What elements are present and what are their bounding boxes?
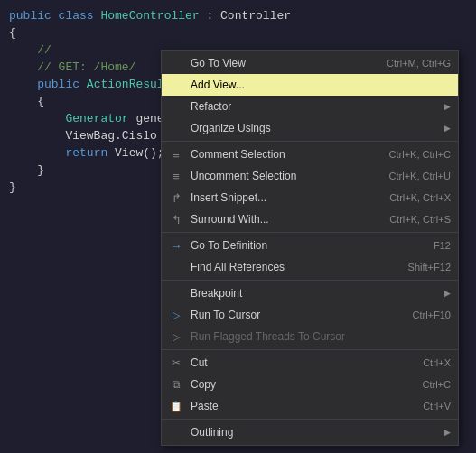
separator-1	[162, 141, 458, 142]
run-to-cursor-shortcut: Ctrl+F10	[413, 310, 452, 320]
copy-icon: ⧉	[167, 378, 185, 391]
insert-snippet-shortcut: Ctrl+K, Ctrl+X	[389, 192, 451, 203]
go-to-definition-shortcut: F12	[434, 240, 451, 251]
insert-snippet-icon: ↱	[167, 191, 185, 205]
find-all-references-label: Find All References	[191, 261, 285, 273]
add-view-label: Add View...	[191, 79, 245, 91]
menu-item-outlining[interactable]: Outlining	[162, 421, 458, 443]
code-line-2: {	[0, 24, 476, 42]
find-all-references-shortcut: Shift+F12	[408, 262, 451, 273]
menu-item-organize-usings[interactable]: Organize Usings	[162, 117, 458, 139]
menu-item-cut[interactable]: ✂ Cut Ctrl+X	[162, 352, 458, 374]
separator-2	[162, 232, 458, 233]
menu-item-comment-selection[interactable]: ≡ Comment Selection Ctrl+K, Ctrl+C	[162, 143, 458, 165]
go-to-view-shortcut: Ctrl+M, Ctrl+G	[387, 58, 451, 69]
cut-label: Cut	[191, 356, 208, 369]
uncomment-selection-icon: ≡	[167, 170, 185, 183]
menu-item-find-all-references[interactable]: Find All References Shift+F12	[162, 256, 458, 278]
menu-item-uncomment-selection[interactable]: ≡ Uncomment Selection Ctrl+K, Ctrl+U	[162, 165, 458, 187]
code-line-1: public class HomeController : Controller	[0, 7, 476, 24]
organize-usings-label: Organize Usings	[191, 122, 271, 134]
menu-item-surround-with[interactable]: ↰ Surround With... Ctrl+K, Ctrl+S	[162, 208, 458, 230]
context-menu: Go To View Ctrl+M, Ctrl+G Add View... Re…	[161, 50, 459, 446]
outlining-label: Outlining	[191, 426, 233, 439]
run-flagged-threads-label: Run Flagged Threads To Cursor	[191, 330, 345, 343]
go-to-definition-label: Go To Definition	[191, 239, 267, 252]
paste-shortcut: Ctrl+V	[423, 401, 451, 411]
run-to-cursor-icon: ▷	[167, 310, 185, 321]
uncomment-selection-label: Uncomment Selection	[191, 170, 296, 182]
comment-selection-icon: ≡	[167, 148, 185, 162]
comment-selection-shortcut: Ctrl+K, Ctrl+C	[389, 149, 451, 160]
menu-item-go-to-definition[interactable]: → Go To Definition F12	[162, 235, 458, 256]
menu-item-go-to-view[interactable]: Go To View Ctrl+M, Ctrl+G	[162, 52, 458, 74]
menu-item-run-to-cursor[interactable]: ▷ Run To Cursor Ctrl+F10	[162, 304, 458, 326]
copy-shortcut: Ctrl+C	[423, 379, 451, 390]
run-flagged-threads-icon: ▷	[167, 331, 185, 343]
menu-item-paste[interactable]: 📋 Paste Ctrl+V	[162, 395, 458, 417]
surround-with-label: Surround With...	[191, 213, 269, 226]
menu-item-add-view[interactable]: Add View...	[162, 74, 458, 96]
cut-icon: ✂	[167, 356, 185, 369]
comment-selection-label: Comment Selection	[191, 148, 285, 161]
menu-item-copy[interactable]: ⧉ Copy Ctrl+C	[162, 374, 458, 395]
surround-with-icon: ↰	[167, 213, 185, 226]
insert-snippet-label: Insert Snippet...	[191, 191, 266, 204]
go-to-view-label: Go To View	[191, 57, 246, 69]
cut-shortcut: Ctrl+X	[423, 357, 451, 368]
refactor-label: Refactor	[191, 100, 231, 113]
separator-3	[162, 280, 458, 281]
breakpoint-label: Breakpoint	[191, 287, 242, 300]
separator-4	[162, 349, 458, 350]
uncomment-selection-shortcut: Ctrl+K, Ctrl+U	[389, 171, 451, 181]
menu-item-breakpoint[interactable]: Breakpoint	[162, 282, 458, 304]
copy-label: Copy	[191, 378, 216, 391]
paste-label: Paste	[191, 400, 219, 412]
menu-item-refactor[interactable]: Refactor	[162, 96, 458, 117]
go-to-definition-icon: →	[167, 239, 185, 253]
separator-5	[162, 419, 458, 420]
menu-item-insert-snippet[interactable]: ↱ Insert Snippet... Ctrl+K, Ctrl+X	[162, 187, 458, 208]
menu-item-run-flagged-threads: ▷ Run Flagged Threads To Cursor	[162, 326, 458, 347]
run-to-cursor-label: Run To Cursor	[191, 309, 260, 321]
surround-with-shortcut: Ctrl+K, Ctrl+S	[389, 214, 451, 225]
paste-icon: 📋	[167, 401, 185, 412]
